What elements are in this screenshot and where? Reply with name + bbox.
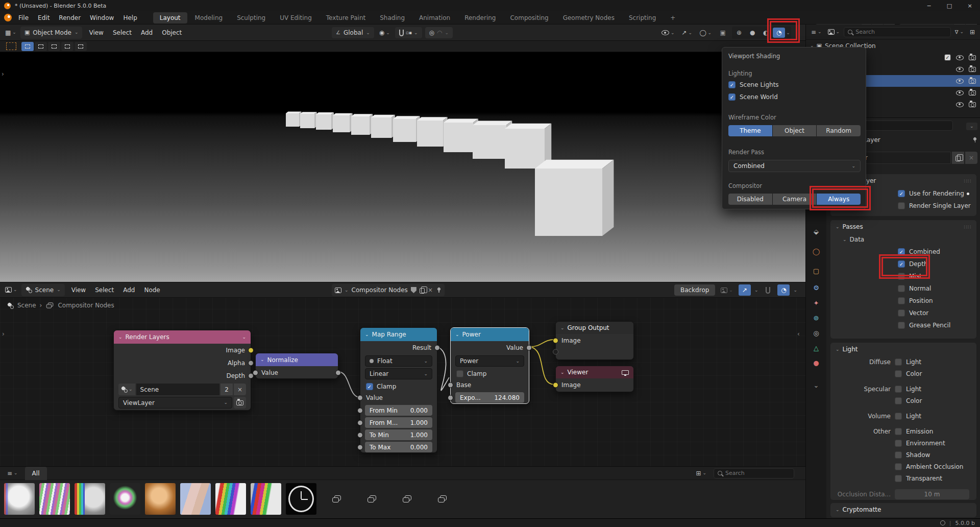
pass-checkbox-grease-pencil[interactable] [898, 322, 905, 329]
occlusion-value-field[interactable]: 10 m [895, 489, 969, 499]
app-menu-help[interactable]: Help [118, 12, 141, 23]
chevron-down-icon[interactable]: ⌄ [754, 288, 758, 293]
shading-solid-button[interactable]: ● [746, 28, 758, 38]
backdrop-toggle-button[interactable]: Backdrop [674, 284, 715, 296]
tab-sculpting[interactable]: Sculpting [230, 12, 272, 23]
properties-tab-material[interactable]: ● [806, 355, 826, 370]
socket-to-max[interactable] [357, 444, 363, 450]
light-checkbox-light[interactable] [895, 358, 902, 366]
transform-orientation-dropdown[interactable]: ∠ Global ⌄ [332, 27, 374, 38]
nodetree-name[interactable]: Compositor Nodes [352, 286, 408, 294]
tab-uv-editing[interactable]: UV Editing [273, 12, 318, 23]
pass-checkbox-mist[interactable] [898, 273, 905, 280]
outliner-display-mode-dropdown[interactable]: ≡⌄ [809, 26, 824, 38]
light-checkbox-light[interactable] [895, 386, 902, 393]
asset-thumbnail-5[interactable] [145, 483, 176, 515]
toolbar-expand-arrow-icon[interactable]: › [2, 70, 4, 78]
asset-search-input[interactable] [725, 470, 790, 476]
asset-shelf-menu-button[interactable]: ≡⌄ [5, 467, 20, 480]
toolbar-expand-arrow-icon[interactable]: › [2, 330, 5, 338]
editor-type-button[interactable]: ⌄ [3, 284, 19, 296]
eye-icon[interactable] [956, 102, 964, 107]
asset-thumbnail-9[interactable] [286, 483, 316, 515]
map-range-field-from-m-[interactable]: From M...1.000 [365, 417, 432, 428]
viewport-menu-object[interactable]: Object [157, 27, 186, 38]
pin-icon[interactable] [436, 288, 442, 293]
socket-to-min[interactable] [357, 432, 363, 438]
scene-name-field[interactable]: Scene [136, 384, 220, 395]
render-layer-button[interactable] [234, 397, 246, 409]
outliner-filter-collection-dropdown[interactable]: ⌄ [826, 26, 842, 38]
gizmo-toggle-button[interactable]: ↗ [739, 284, 751, 296]
clamp-checkbox[interactable] [456, 370, 463, 377]
users-count[interactable]: 2 [220, 384, 233, 395]
socket-alpha[interactable] [248, 360, 254, 366]
tab-animation[interactable]: Animation [412, 12, 457, 23]
asset-nodegroup-3[interactable] [391, 483, 422, 515]
backdrop-image-dropdown[interactable]: ⌄ [719, 284, 735, 296]
eye-icon[interactable] [956, 90, 964, 95]
add-workspace-tab[interactable]: + [664, 12, 682, 23]
pass-checkbox-vector[interactable] [898, 309, 905, 317]
wireframe-option-random[interactable]: Random [817, 125, 861, 136]
close-button[interactable]: × [960, 0, 980, 11]
node-header[interactable]: ⌄ Normalize [256, 353, 338, 366]
new-collection-button[interactable]: ⊞ [968, 26, 977, 38]
light-checkbox-color[interactable] [895, 397, 902, 404]
tab-texture-paint[interactable]: Texture Paint [320, 12, 372, 23]
overlays-toggle-button[interactable]: ◔ [777, 284, 790, 296]
node-menu-view[interactable]: View [67, 284, 90, 296]
object-mode-dropdown[interactable]: ▣ Object Mode ⌄ [20, 27, 83, 39]
camera-visibility-icon[interactable] [969, 67, 976, 72]
node-render-layers[interactable]: ⌄ Render Layers ⌄ Image Alpha Depth ⌄ Sc… [113, 330, 251, 411]
select-mode-button-4[interactable] [75, 42, 87, 51]
operation-dropdown[interactable]: Power⌄ [455, 355, 524, 367]
select-mode-button-3[interactable] [61, 42, 74, 51]
app-menu-window[interactable]: Window [85, 12, 118, 23]
pass-checkbox-combined[interactable]: ✓ [898, 248, 905, 255]
scene-world-checkbox[interactable]: ✓ [728, 93, 736, 101]
socket-image[interactable] [553, 382, 558, 388]
socket-value-out[interactable] [526, 345, 532, 350]
clamp-checkbox[interactable]: ✓ [366, 383, 373, 390]
wireframe-option-theme[interactable]: Theme [728, 125, 772, 136]
snapping-toggle-button[interactable] [762, 284, 774, 296]
properties-tab-modifiers[interactable]: ⚙ [806, 280, 826, 295]
copy-icon[interactable] [420, 288, 425, 294]
asset-thumbnail-1[interactable] [4, 483, 35, 515]
node-scene-dropdown[interactable]: Scene ⌄ [21, 284, 65, 296]
node-menu-select[interactable]: Select [90, 284, 118, 296]
node-header[interactable]: ⌄ Map Range [360, 328, 437, 341]
pass-checkbox-depth[interactable]: ✓ [898, 260, 905, 268]
asset-thumbnail-7[interactable] [215, 483, 246, 515]
eye-icon[interactable] [956, 55, 964, 60]
camera-visibility-icon[interactable] [969, 55, 976, 60]
chevron-down-icon[interactable]: ⌄ [793, 288, 797, 293]
wireframe-option-object[interactable]: Object [773, 125, 817, 136]
compositor-option-disabled[interactable]: Disabled [728, 194, 772, 205]
viewport-menu-add[interactable]: Add [136, 27, 157, 38]
socket-from-m-[interactable] [357, 420, 363, 425]
drag-dots-icon[interactable]: ∷∷ [964, 178, 971, 184]
pin-icon[interactable] [972, 137, 977, 143]
properties-tab-world[interactable]: ◯ [806, 244, 826, 259]
properties-tab-particles[interactable]: ✦ [806, 295, 826, 310]
light-checkbox-transparent[interactable] [895, 475, 902, 482]
properties-tab-scene[interactable]: ⬙ [806, 224, 826, 239]
app-menu-edit[interactable]: Edit [33, 12, 54, 23]
light-checkbox-emission[interactable] [895, 428, 902, 435]
show-overlays-dropdown[interactable]: ◯⌄ [697, 27, 714, 39]
animate-dot[interactable] [967, 193, 969, 195]
tab-modeling[interactable]: Modeling [188, 12, 230, 23]
pass-checkbox-position[interactable] [898, 297, 905, 304]
shading-dropdown-chevron[interactable]: ⌄ [786, 31, 790, 35]
exponent-field[interactable]: Expo... 124.080 [455, 392, 524, 403]
asset-thumbnail-8[interactable] [251, 483, 281, 515]
camera-visibility-icon[interactable] [969, 79, 976, 84]
outliner-filter-dropdown[interactable]: ∇⌄ [953, 26, 966, 38]
show-gizmo-dropdown[interactable]: ↗⌄ [680, 27, 695, 39]
viewlayer-copy-button[interactable] [952, 152, 964, 164]
asset-nodegroup-1[interactable] [321, 483, 352, 515]
socket-image[interactable] [248, 347, 254, 353]
node-header[interactable]: ⌄ Group Output [556, 322, 633, 334]
